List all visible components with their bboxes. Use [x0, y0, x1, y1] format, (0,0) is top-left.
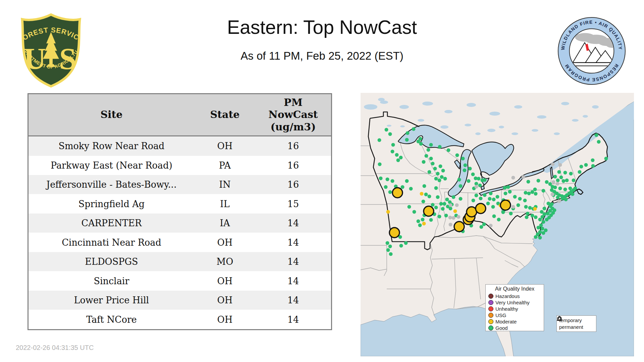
site-marker	[429, 143, 433, 147]
table-cell: OH	[195, 271, 255, 290]
site-marker	[488, 197, 492, 201]
table-cell: 14	[255, 233, 332, 252]
site-marker	[413, 210, 416, 214]
site-marker	[523, 199, 527, 202]
site-marker	[388, 132, 392, 136]
site-marker	[525, 216, 529, 219]
site-marker	[513, 195, 517, 199]
site-marker	[531, 190, 534, 194]
table-cell: Cincinnati Near Road	[28, 233, 195, 252]
site-marker	[476, 203, 486, 214]
site-marker	[584, 163, 588, 167]
table-row: ELDOSPGSMO14	[28, 252, 332, 271]
site-marker	[431, 203, 435, 207]
site-marker	[420, 192, 424, 196]
site-marker	[419, 137, 422, 141]
site-marker	[552, 180, 555, 184]
site-marker	[533, 188, 537, 191]
site-marker	[512, 205, 515, 209]
site-marker	[542, 220, 545, 224]
site-marker	[558, 163, 562, 167]
site-marker	[517, 203, 520, 207]
site-marker	[405, 138, 409, 142]
column-header: Site	[28, 94, 195, 136]
site-marker	[512, 176, 515, 180]
table-cell: Lower Price Hill	[28, 291, 195, 310]
forest-service-shield-icon: FOREST SERVICE U S DEPARTMENT OF AGRICUL…	[17, 12, 85, 88]
site-marker	[424, 193, 428, 196]
site-marker	[434, 177, 438, 181]
site-marker	[595, 133, 598, 137]
site-marker	[386, 248, 390, 252]
site-marker	[391, 143, 395, 147]
marker-legend-label: temporary	[559, 317, 582, 323]
table-cell: 16	[255, 156, 332, 175]
site-marker	[401, 185, 405, 189]
aqi-legend-item: Moderate	[488, 318, 544, 325]
site-marker	[443, 202, 446, 206]
site-marker	[545, 180, 549, 184]
site-marker	[480, 225, 483, 229]
table-cell: 16	[255, 175, 332, 194]
site-marker	[489, 192, 493, 195]
table-cell: 14	[255, 271, 332, 290]
forest-service-logo: FOREST SERVICE U S DEPARTMENT OF AGRICUL…	[17, 12, 85, 88]
site-marker	[572, 179, 576, 182]
site-marker	[571, 192, 575, 196]
aqi-color-dot-icon	[488, 325, 493, 330]
site-marker	[438, 179, 441, 182]
marker-type-legend: temporarypermanent	[556, 315, 596, 332]
column-header: PM NowCast (ug/m3)	[255, 94, 332, 136]
aqi-legend: Air Quality Index HazardousVery Unhealth…	[485, 284, 544, 331]
site-marker	[399, 156, 403, 160]
site-marker	[409, 187, 413, 191]
permanent-triangle-icon	[557, 316, 562, 321]
marker-legend-item: permanent	[559, 323, 596, 330]
table-cell: Sinclair	[28, 271, 195, 290]
table-cell: OH	[195, 310, 255, 329]
table-cell: PA	[195, 156, 255, 175]
aqi-legend-item: Very Unhealthy	[488, 299, 544, 306]
site-marker	[538, 236, 542, 240]
site-marker	[526, 212, 530, 216]
site-marker	[550, 202, 554, 206]
site-marker	[542, 189, 545, 193]
aqi-legend-title: Air Quality Index	[488, 286, 544, 292]
site-marker	[423, 184, 426, 188]
site-marker	[467, 179, 471, 183]
table-cell: 14	[255, 214, 332, 233]
site-marker	[452, 216, 455, 220]
site-marker	[591, 164, 595, 168]
site-marker	[419, 142, 423, 146]
site-marker	[421, 218, 425, 222]
site-marker	[508, 190, 512, 194]
site-marker	[604, 157, 608, 161]
air-quality-map: Air Quality Index HazardousVery Unhealth…	[361, 93, 634, 356]
site-marker	[461, 157, 465, 161]
wildland-fire-program-logo: WILDLAND FIRE • AIR QUALITY RESPONSE PRO…	[557, 16, 627, 86]
site-marker	[438, 215, 441, 219]
site-marker	[475, 194, 478, 197]
table-cell: 16	[255, 136, 332, 156]
site-marker	[504, 192, 507, 195]
site-marker	[429, 157, 433, 161]
site-marker	[384, 185, 388, 189]
table-row: CARPENTERIA14	[28, 214, 332, 233]
site-marker	[459, 197, 463, 201]
site-marker	[448, 216, 452, 220]
aqi-color-dot-icon	[488, 306, 493, 311]
site-marker	[564, 198, 568, 201]
site-marker	[537, 226, 540, 230]
site-marker	[569, 172, 573, 176]
table-cell: IL	[195, 194, 255, 213]
site-marker	[533, 207, 537, 211]
site-marker	[441, 169, 445, 173]
marker-legend-label: permanent	[559, 324, 583, 330]
table-header-row: SiteStatePM NowCast (ug/m3)	[28, 94, 332, 136]
site-marker	[482, 223, 486, 226]
site-marker	[441, 207, 445, 211]
site-marker	[478, 184, 482, 187]
site-marker	[472, 199, 475, 202]
site-marker	[445, 198, 449, 201]
site-marker	[556, 179, 560, 182]
